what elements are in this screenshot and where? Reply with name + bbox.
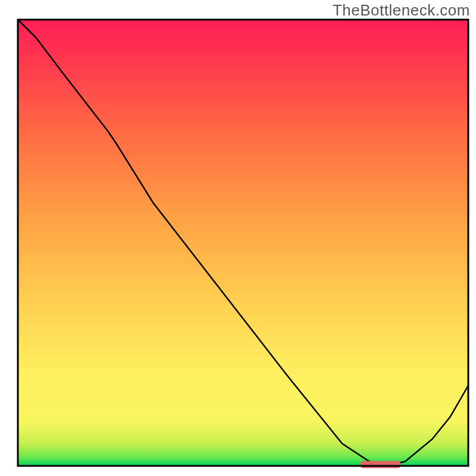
watermark-text: TheBottleneck.com: [333, 1, 470, 20]
bottleneck-chart: [0, 0, 476, 476]
chart-frame: TheBottleneck.com: [0, 0, 476, 476]
chart-background: [18, 20, 468, 466]
optimal-range-marker: [360, 461, 400, 468]
